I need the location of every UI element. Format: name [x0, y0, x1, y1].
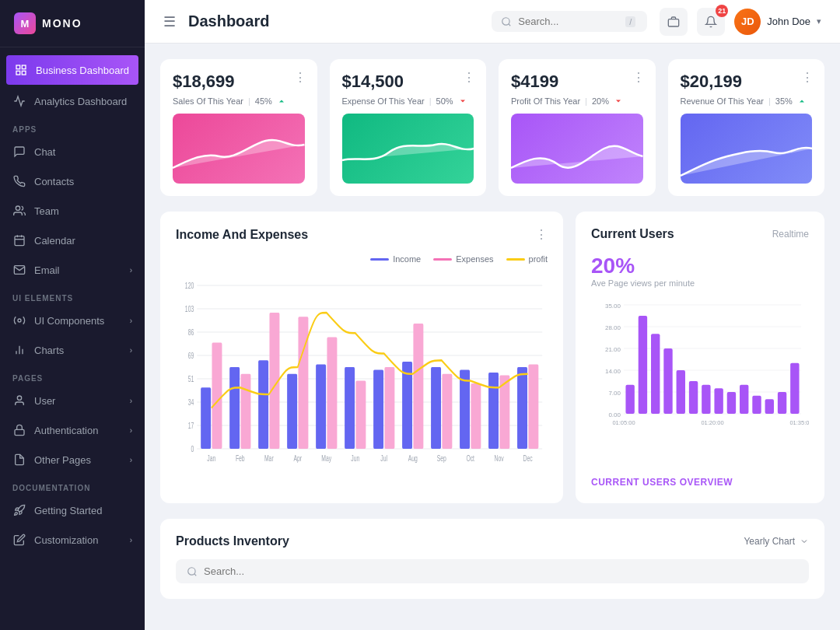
topbar: ☰ Dashboard / 21 JD John Doe ▾ [145, 0, 840, 44]
sidebar: M MONO Business Dashboard Analytics Dash… [0, 0, 145, 630]
sidebar-item-getting-started[interactable]: Getting Started [0, 495, 145, 525]
stat-chart-profit [511, 114, 643, 184]
avatar: JD [734, 9, 761, 35]
svg-point-17 [188, 567, 195, 574]
stat-pct-profit: 20% [592, 96, 609, 106]
sidebar-item-ui-components[interactable]: UI Components › [0, 306, 145, 335]
sidebar-item-calendar[interactable]: Calendar [0, 226, 145, 255]
y-label: 120 [185, 282, 194, 291]
month-label-Oct: Oct [466, 454, 474, 464]
search-bar[interactable]: / [492, 11, 647, 32]
sparkline-svg-expense [342, 114, 474, 184]
legend-label-Income: Income [393, 254, 421, 264]
overview-link[interactable]: CURRENT USERS OVERVIEW [591, 477, 809, 488]
users-bar-9 [740, 385, 748, 414]
component-icon [12, 313, 26, 327]
stat-more-icon-expense[interactable]: ⋮ [463, 70, 475, 85]
calendar-icon [12, 233, 26, 247]
expense-bar-Jul [384, 367, 394, 449]
grid-icon [14, 63, 28, 77]
income-panel-title: Income And Expenses [176, 228, 308, 242]
svg-rect-3 [22, 71, 26, 75]
stat-more-icon-revenue[interactable]: ⋮ [801, 70, 814, 85]
users-time-label-1: 01:20:00 [701, 419, 723, 426]
income-panel-more-icon[interactable]: ⋮ [535, 227, 548, 242]
page-title: Dashboard [188, 12, 479, 30]
sidebar-item-charts[interactable]: Charts › [0, 335, 145, 365]
month-label-Nov: Nov [495, 454, 505, 464]
team-icon [12, 204, 26, 218]
svg-point-13 [17, 396, 21, 400]
users-bar-12 [778, 392, 786, 414]
sidebar-item-customization[interactable]: Customization › [0, 525, 145, 555]
y-label: 17 [188, 422, 194, 431]
arrow-down-icon [458, 96, 467, 106]
y-label: 86 [188, 328, 194, 338]
month-label-Mar: Mar [264, 454, 274, 464]
expense-bar-Oct [471, 383, 481, 449]
arrow-down-icon [614, 96, 623, 106]
expense-bar-Aug [413, 324, 423, 449]
stat-separator: | [585, 96, 587, 106]
current-users-percent: 20% [591, 254, 809, 278]
email-icon [12, 263, 26, 277]
chevron-down-icon [800, 537, 809, 546]
arrow-up-icon [797, 96, 807, 106]
inventory-search-bar[interactable] [176, 559, 809, 583]
phone-icon [12, 174, 26, 188]
expense-bar-Jun [355, 381, 366, 450]
yearly-chart-button[interactable]: Yearly Chart [744, 536, 809, 547]
user-area[interactable]: JD John Doe ▾ [734, 9, 821, 35]
stat-pct-revenue: 35% [775, 96, 793, 106]
expense-bar-Feb [240, 374, 250, 449]
current-users-panel: Current Users Realtime 20% Ave Page view… [576, 212, 824, 503]
chevron-icon-authentication: › [130, 426, 132, 435]
users-y-label-1: 28.00 [605, 324, 621, 331]
y-label: 0 [191, 445, 194, 454]
sidebar-item-authentication[interactable]: Authentication › [0, 415, 145, 445]
users-bar-7 [714, 388, 723, 414]
bottom-grid: Income And Expenses ⋮ IncomeExpensesprof… [160, 212, 824, 503]
stat-chart-sales [173, 114, 305, 184]
month-label-Sep: Sep [437, 454, 446, 464]
notification-button[interactable]: 21 [697, 8, 725, 36]
search-input[interactable] [518, 16, 619, 27]
svg-rect-1 [22, 65, 26, 69]
lock-icon [12, 423, 26, 437]
users-bar-1 [639, 316, 647, 414]
stat-amount-expense: $14,500 [342, 72, 474, 92]
stat-more-icon-sales[interactable]: ⋮ [294, 70, 306, 85]
month-label-Jun: Jun [351, 454, 359, 464]
income-bar-Mar [258, 360, 268, 449]
sidebar-label-chat: Chat [34, 146, 55, 158]
stats-grid: ⋮ $18,699 Sales Of This Year | 45% ⋮ $14… [160, 59, 824, 196]
sidebar-label-user: User [34, 395, 55, 407]
sidebar-item-other-pages[interactable]: Other Pages › [0, 445, 145, 474]
stat-chart-expense [342, 114, 474, 184]
logo-area: M MONO [0, 0, 145, 47]
sidebar-item-contacts[interactable]: Contacts [0, 166, 145, 196]
sidebar-item-analytics-dashboard[interactable]: Analytics Dashboard [0, 86, 145, 116]
inventory-search-input[interactable] [204, 565, 334, 577]
users-y-label-0: 35.00 [605, 303, 621, 310]
sidebar-item-email[interactable]: Email › [0, 255, 145, 285]
sidebar-item-user[interactable]: User › [0, 386, 145, 415]
svg-rect-14 [15, 429, 24, 435]
users-bar-11 [765, 399, 774, 414]
chevron-icon-charts: › [130, 346, 132, 355]
sidebar-item-business-dashboard[interactable]: Business Dashboard [6, 55, 138, 85]
section-label-apps-label: APPS [0, 116, 145, 137]
stat-chart-revenue [681, 114, 813, 184]
briefcase-button[interactable] [660, 8, 688, 36]
chevron-icon-customization: › [130, 536, 132, 544]
sidebar-label-team: Team [34, 205, 59, 217]
stat-label-revenue: Revenue Of This Year | 35% [681, 96, 813, 106]
logo-text: MONO [42, 17, 82, 30]
sidebar-item-team[interactable]: Team [0, 196, 145, 226]
hamburger-icon[interactable]: ☰ [163, 13, 176, 30]
svg-rect-2 [16, 71, 20, 75]
stat-more-icon-profit[interactable]: ⋮ [632, 70, 645, 85]
sidebar-item-chat[interactable]: Chat [0, 137, 145, 166]
chevron-icon-ui-components: › [130, 317, 132, 325]
income-bar-Sep [431, 367, 441, 449]
